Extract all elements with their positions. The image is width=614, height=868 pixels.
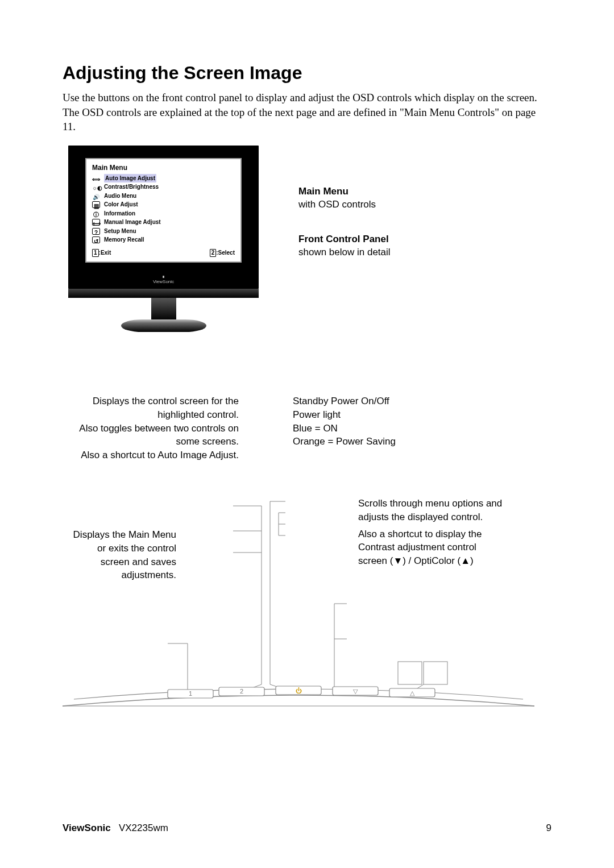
information-icon: ⓘ xyxy=(92,210,100,217)
setup-icon: ? xyxy=(92,228,100,235)
osd-select: 2:Select xyxy=(210,249,235,257)
callout-text: Also toggles between two controls on som… xyxy=(71,422,239,449)
manual-adjust-icon: ⟷ xyxy=(92,219,100,226)
callout-text: Standby Power On/Off xyxy=(293,394,452,408)
osd-item-label: Color Adjust xyxy=(104,200,138,209)
down-icon: ▽ xyxy=(353,688,358,695)
monitor-illustration: Main Menu ⟺Auto Image Adjust ☼◐Contrast/… xyxy=(63,146,551,332)
main-menu-label: Main Menu xyxy=(298,185,391,198)
footer-model: VX2235wm xyxy=(119,823,168,833)
viewsonic-logo: ∎ViewSonic xyxy=(85,274,242,284)
contrast-icon: ☼◐ xyxy=(92,184,100,190)
osd-item-label: Audio Menu xyxy=(104,192,136,201)
osd-exit: 1:Exit xyxy=(92,249,111,257)
svg-rect-18 xyxy=(398,662,422,684)
osd-item-label: Contrast/Brightness xyxy=(104,182,159,192)
callout-text: Also a shortcut to Auto Image Adjust. xyxy=(71,448,239,462)
control-panel-diagram: Displays the control screen for the high… xyxy=(63,394,551,719)
audio-icon: 🔊 xyxy=(92,193,100,200)
osd-item-label: Memory Recall xyxy=(104,235,144,244)
color-adjust-icon: ▥ xyxy=(92,201,100,208)
callout-text: Displays the control screen for the high… xyxy=(71,394,239,422)
page-title: Adjusting the Screen Image xyxy=(63,63,551,84)
callout-text: Orange = Power Saving xyxy=(293,435,452,448)
power-icon: ⏻ xyxy=(296,687,302,694)
osd-item-label: Manual Image Adjust xyxy=(104,218,161,227)
footer-brand: ViewSonic xyxy=(63,823,111,833)
page-footer: ViewSonic VX2235wm 9 xyxy=(63,823,551,834)
osd-title: Main Menu xyxy=(92,164,235,172)
osd-item-label: Auto Image Adjust xyxy=(104,174,156,183)
front-control-panel-sub: shown below in detail xyxy=(298,246,391,259)
intro-text: Use the buttons on the front control pan… xyxy=(63,90,551,134)
button-1-icon: 1 xyxy=(189,690,192,697)
page-number: 9 xyxy=(546,823,551,834)
osd-item-label: Information xyxy=(104,209,135,218)
memory-recall-icon: ↺ xyxy=(92,236,100,243)
callout-text: Power light xyxy=(293,408,452,422)
front-control-panel-label: Front Control Panel xyxy=(298,233,391,246)
up-icon: △ xyxy=(410,690,415,696)
button-2-icon: 2 xyxy=(240,688,243,695)
auto-image-adjust-icon: ⟺ xyxy=(92,175,100,182)
main-menu-sub: with OSD controls xyxy=(298,198,391,211)
svg-rect-19 xyxy=(424,662,447,684)
callout-text: Blue = ON xyxy=(293,422,452,435)
osd-item-label: Setup Menu xyxy=(104,227,136,236)
osd-panel: Main Menu ⟺Auto Image Adjust ☼◐Contrast/… xyxy=(85,158,242,263)
